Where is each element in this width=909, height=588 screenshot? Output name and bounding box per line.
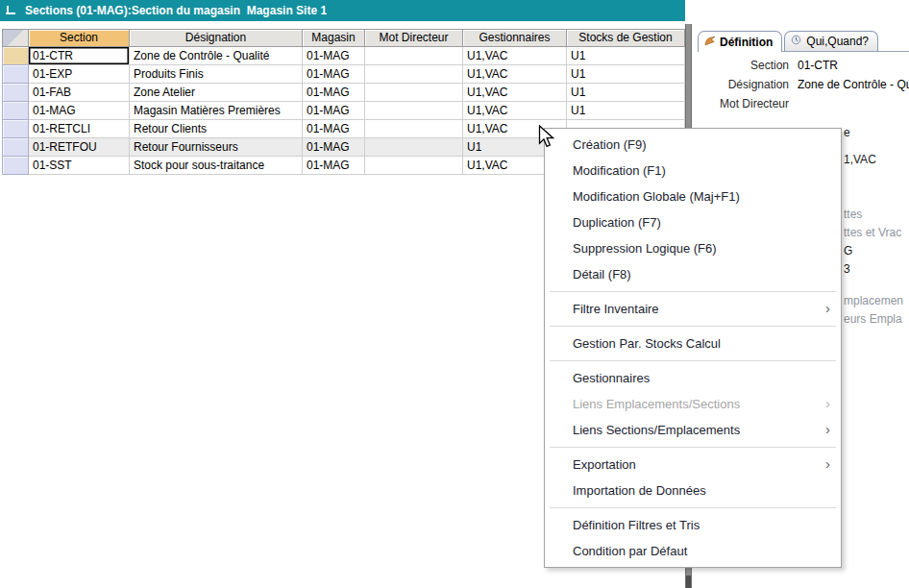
context-menu: Création (F9)Modification (F1)Modificati… xyxy=(544,128,842,568)
cell-designation[interactable]: Zone de Contrôle - Qualité xyxy=(130,47,303,65)
cell-mot_directeur[interactable] xyxy=(365,138,463,157)
cell-section[interactable]: 01-SST xyxy=(29,157,130,175)
cell-magasin[interactable]: 01-MAG xyxy=(303,102,365,120)
clipped-text-fragment: ttes xyxy=(844,208,862,221)
menu-item-label: Duplication (F7) xyxy=(573,215,661,230)
menu-item[interactable]: Modification (F1) xyxy=(545,158,841,184)
menu-item[interactable]: Duplication (F7) xyxy=(545,209,841,235)
cell-section[interactable]: 01-RETFOU xyxy=(29,138,130,157)
mouse-cursor-icon xyxy=(538,125,556,153)
cell-magasin[interactable]: 01-MAG xyxy=(303,65,365,84)
cell-designation[interactable]: Produits Finis xyxy=(130,65,303,84)
row-selector[interactable] xyxy=(2,102,29,120)
cell-gestionnaires[interactable]: U1,VAC xyxy=(463,102,567,120)
submenu-arrow-icon: › xyxy=(825,296,830,321)
cell-gestionnaires[interactable]: U1,VAC xyxy=(463,47,567,65)
cell-stocks[interactable]: U1 xyxy=(567,47,685,65)
clipped-text-fragment: eurs Empla xyxy=(844,312,902,326)
row-selector[interactable] xyxy=(2,157,29,175)
field-label: Mot Directeur xyxy=(694,97,798,110)
column-header[interactable]: Désignation xyxy=(130,29,303,47)
menu-separator xyxy=(550,326,836,327)
row-selector[interactable] xyxy=(2,65,29,84)
cell-mot_directeur[interactable] xyxy=(365,47,463,65)
window-icon xyxy=(5,5,17,16)
menu-item: Liens Emplacements/Sections› xyxy=(545,391,841,417)
menu-item-label: Création (F9) xyxy=(573,137,647,152)
column-header[interactable]: Section xyxy=(29,29,130,47)
cell-magasin[interactable]: 01-MAG xyxy=(303,138,365,157)
row-selector[interactable] xyxy=(2,138,29,157)
column-header[interactable]: Stocks de Gestion xyxy=(567,29,685,47)
menu-item-label: Importation de Données xyxy=(573,483,706,498)
cell-designation[interactable]: Zone Atelier xyxy=(130,84,303,102)
clipped-text-fragment: 3 xyxy=(844,262,850,276)
column-header[interactable]: Mot Directeur xyxy=(365,29,463,47)
cell-stocks[interactable]: U1 xyxy=(567,102,685,120)
menu-item-label: Modification Globale (Maj+F1) xyxy=(573,189,740,204)
menu-item[interactable]: Suppression Logique (F6) xyxy=(545,235,841,261)
cell-gestionnaires[interactable]: U1,VAC xyxy=(463,84,567,102)
menu-item[interactable]: Exportation› xyxy=(545,452,841,478)
row-selector[interactable] xyxy=(2,84,29,102)
menu-item-label: Suppression Logique (F6) xyxy=(573,241,717,256)
menu-item[interactable]: Définition Filtres et Tris xyxy=(545,512,841,538)
menu-item-label: Gestion Par. Stocks Calcul xyxy=(573,336,721,351)
menu-item[interactable]: Importation de Données xyxy=(545,478,841,503)
table-row: 01-FABZone Atelier01-MAGU1,VACU1 xyxy=(2,84,685,102)
menu-item[interactable]: Filtre Inventaire› xyxy=(545,296,841,322)
field-label: Désignation xyxy=(694,78,798,91)
cell-gestionnaires[interactable]: U1,VAC xyxy=(463,65,567,84)
cell-section[interactable]: 01-CTR xyxy=(29,47,130,65)
menu-item[interactable]: Détail (F8) xyxy=(545,261,841,287)
row-selector[interactable] xyxy=(2,120,29,138)
cell-mot_directeur[interactable] xyxy=(365,120,463,138)
cell-magasin[interactable]: 01-MAG xyxy=(303,84,365,102)
menu-item[interactable]: Liens Sections/Emplacements› xyxy=(545,417,841,443)
menu-item-label: Liens Emplacements/Sections xyxy=(573,397,740,411)
menu-item-label: Exportation xyxy=(573,457,636,472)
window-title: Sections (01-MAG):Section du magasin Mag… xyxy=(25,4,327,17)
menu-separator xyxy=(550,291,836,292)
clipped-text-fragment: mplacemen xyxy=(844,294,903,307)
cell-designation[interactable]: Retour Clients xyxy=(130,120,303,138)
cell-mot_directeur[interactable] xyxy=(365,157,463,175)
cell-designation[interactable]: Stock pour sous-traitance xyxy=(130,157,303,175)
cell-designation[interactable]: Retour Fournisseurs xyxy=(130,138,303,157)
definition-tab-icon xyxy=(704,36,716,49)
cell-magasin[interactable]: 01-MAG xyxy=(303,157,365,175)
table-row: 01-CTRZone de Contrôle - Qualité01-MAGU1… xyxy=(2,47,685,65)
column-header[interactable]: Gestionnaires xyxy=(463,29,567,47)
cell-magasin[interactable]: 01-MAG xyxy=(303,47,365,65)
menu-item-label: Détail (F8) xyxy=(573,267,631,282)
cell-designation[interactable]: Magasin Matières Premières xyxy=(130,102,303,120)
cell-section[interactable]: 01-FAB xyxy=(29,84,130,102)
menu-item-label: Filtre Inventaire xyxy=(573,302,659,316)
menu-item[interactable]: Gestionnaires xyxy=(545,365,841,391)
row-selector[interactable] xyxy=(2,47,29,65)
menu-item[interactable]: Condition par Défaut xyxy=(545,538,841,564)
tab-definition[interactable]: Définition xyxy=(698,31,782,52)
submenu-arrow-icon: › xyxy=(825,452,830,477)
menu-item-label: Condition par Défaut xyxy=(573,544,687,558)
menu-separator xyxy=(550,507,836,508)
menu-item[interactable]: Modification Globale (Maj+F1) xyxy=(545,184,841,209)
tab-definition-label: Définition xyxy=(720,36,773,49)
menu-item[interactable]: Gestion Par. Stocks Calcul xyxy=(545,331,841,356)
cell-magasin[interactable]: 01-MAG xyxy=(303,120,365,138)
cell-mot_directeur[interactable] xyxy=(365,102,463,120)
cell-mot_directeur[interactable] xyxy=(365,84,463,102)
table-row: 01-EXPProduits Finis01-MAGU1,VACU1 xyxy=(2,65,685,84)
title-bar[interactable]: Sections (01-MAG):Section du magasin Mag… xyxy=(0,0,685,21)
cell-section[interactable]: 01-MAG xyxy=(29,102,130,120)
cell-section[interactable]: 01-EXP xyxy=(29,65,130,84)
column-header[interactable]: Magasin xyxy=(303,29,365,47)
cell-stocks[interactable]: U1 xyxy=(567,65,685,84)
cell-stocks[interactable]: U1 xyxy=(567,84,685,102)
menu-item[interactable]: Création (F9) xyxy=(545,132,841,158)
cell-mot_directeur[interactable] xyxy=(365,65,463,84)
cell-section[interactable]: 01-RETCLI xyxy=(29,120,130,138)
field-label: Section xyxy=(694,59,798,72)
splitter-grip[interactable] xyxy=(686,576,691,588)
select-all-corner[interactable] xyxy=(2,29,29,47)
